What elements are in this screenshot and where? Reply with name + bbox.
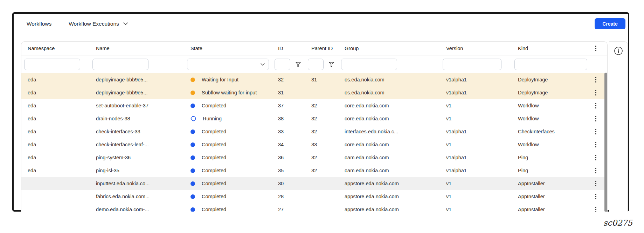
- id-funnel-icon[interactable]: [295, 61, 301, 67]
- column-header-kind[interactable]: Kind: [512, 46, 592, 51]
- workflow-executions-dropdown[interactable]: Workflow Executions: [69, 21, 128, 27]
- cell-state: Running: [184, 116, 272, 121]
- right-rail: [609, 41, 628, 212]
- info-icon[interactable]: [614, 46, 623, 55]
- create-button[interactable]: Create: [595, 18, 625, 29]
- cell-name: set-autoboot-enable-37: [90, 103, 184, 108]
- row-menu-kebab-icon[interactable]: [595, 207, 596, 212]
- state-filter-select[interactable]: [187, 59, 269, 70]
- completed-status-dot-icon: [191, 207, 195, 212]
- table-row[interactable]: edadeployimage-bbb9e5...Waiting for Inpu…: [21, 73, 607, 86]
- cell-group: oam.eda.nokia.com: [338, 168, 440, 173]
- cell-kind: CheckInterfaces: [512, 129, 592, 134]
- namespace-filter-input[interactable]: [24, 59, 80, 70]
- cell-name: ping-system-36: [90, 155, 184, 160]
- parent-id-funnel-icon[interactable]: [328, 61, 334, 67]
- cell-id: 37: [272, 103, 305, 108]
- column-header-parent-id[interactable]: Parent ID: [305, 46, 338, 51]
- table-row[interactable]: edaping-isl-35Completed3532oam.eda.nokia…: [21, 164, 607, 177]
- table-row[interactable]: fabrics.eda.nokia.com...Completed28appst…: [21, 190, 607, 203]
- row-menu-kebab-icon[interactable]: [595, 181, 596, 187]
- column-header-namespace[interactable]: Namespace: [21, 46, 90, 51]
- completed-status-dot-icon: [191, 181, 195, 186]
- cell-kind: AppInstaller: [512, 194, 592, 199]
- cell-version: v1: [440, 142, 512, 147]
- row-menu-kebab-icon[interactable]: [595, 116, 596, 122]
- cell-kind: Workflow: [512, 103, 592, 108]
- vertical-scrollbar[interactable]: [604, 73, 608, 212]
- column-header-name[interactable]: Name: [90, 46, 184, 51]
- table-row[interactable]: edacheck-interfaces-33Completed3332inter…: [21, 125, 607, 138]
- cell-id: 28: [272, 194, 305, 199]
- row-menu-kebab-icon[interactable]: [595, 77, 596, 83]
- parent-id-filter-input[interactable]: [308, 59, 324, 70]
- cell-version: v1alpha1: [440, 77, 512, 82]
- cell-namespace: eda: [21, 103, 90, 108]
- state-label: Completed: [202, 129, 226, 134]
- cell-kind: Ping: [512, 155, 592, 160]
- cell-kind: DeployImage: [512, 90, 592, 95]
- kind-filter-input[interactable]: [514, 59, 587, 70]
- column-header-version[interactable]: Version: [440, 46, 512, 51]
- cell-state: Waiting for Input: [184, 77, 272, 82]
- version-filter-input[interactable]: [443, 59, 501, 70]
- state-label: Completed: [202, 142, 226, 147]
- table-row[interactable]: edacheck-interfaces-leaf-...Completed343…: [21, 138, 607, 151]
- table-row[interactable]: demo.eda.nokia.com-...Completed27appstor…: [21, 203, 607, 212]
- state-label: Completed: [202, 103, 226, 108]
- state-label: Completed: [202, 207, 226, 212]
- cell-state: Completed: [184, 155, 272, 160]
- completed-status-dot-icon: [191, 142, 195, 147]
- cell-group: appstore.eda.nokia.com: [338, 194, 440, 199]
- row-menu-kebab-icon[interactable]: [595, 129, 596, 135]
- table-row[interactable]: edadeployimage-bbb9e5...Subflow waiting …: [21, 86, 607, 99]
- cell-kind: AppInstaller: [512, 207, 592, 212]
- name-filter-input[interactable]: [92, 59, 148, 70]
- cell-name: fabrics.eda.nokia.com...: [90, 194, 184, 199]
- column-header-group[interactable]: Group: [338, 46, 440, 51]
- table-row[interactable]: edadrain-nodes-38 Running3832core.eda.no…: [21, 112, 607, 125]
- row-menu-kebab-icon[interactable]: [595, 103, 596, 109]
- row-menu-kebab-icon[interactable]: [595, 155, 596, 161]
- row-menu-kebab-icon[interactable]: [595, 90, 596, 96]
- cell-namespace: eda: [21, 90, 90, 95]
- table-menu-kebab-icon[interactable]: [595, 46, 596, 52]
- cell-group: appstore.eda.nokia.com: [338, 181, 440, 186]
- row-menu-kebab-icon[interactable]: [595, 142, 596, 148]
- tab-workflows[interactable]: Workflows: [27, 21, 51, 27]
- row-menu-kebab-icon[interactable]: [595, 194, 596, 200]
- column-header-state[interactable]: State: [184, 46, 272, 51]
- cell-kind: AppInstaller: [512, 181, 592, 186]
- cell-name: deployimage-bbb9e5...: [90, 90, 184, 95]
- cell-name: check-interfaces-leaf-...: [90, 142, 184, 147]
- completed-status-dot-icon: [191, 168, 195, 173]
- table-row[interactable]: edaping-system-36Completed3632oam.eda.no…: [21, 151, 607, 164]
- waiting-status-dot-icon: [191, 78, 195, 82]
- cell-parent-id: 32: [305, 155, 338, 160]
- cell-parent-id: 33: [305, 142, 338, 147]
- cell-id: 36: [272, 155, 305, 160]
- cell-state: Subflow waiting for input: [184, 90, 272, 95]
- cell-id: 33: [272, 129, 305, 134]
- cell-state: Completed: [184, 207, 272, 212]
- state-label: Completed: [202, 194, 226, 199]
- cell-namespace: eda: [21, 129, 90, 134]
- cell-group: core.eda.nokia.com: [338, 142, 440, 147]
- row-menu-kebab-icon[interactable]: [595, 168, 596, 174]
- table-row[interactable]: inputtest.eda.nokia.co...Completed30apps…: [21, 177, 607, 190]
- cell-group: interfaces.eda.nokia.c...: [338, 129, 440, 134]
- group-filter-input[interactable]: [341, 59, 397, 70]
- cell-parent-id: 32: [305, 116, 338, 121]
- id-filter-input[interactable]: [275, 59, 290, 70]
- workflow-executions-label: Workflow Executions: [69, 21, 119, 27]
- table-filter-row: [21, 55, 607, 73]
- cell-group: appstore.eda.nokia.com: [338, 207, 440, 212]
- cell-group: oam.eda.nokia.com: [338, 155, 440, 160]
- cell-group: os.eda.nokia.com: [338, 77, 440, 82]
- cell-version: v1alpha1: [440, 129, 512, 134]
- toolbar: Workflows Workflow Executions Create: [14, 14, 628, 34]
- cell-state: Completed: [184, 129, 272, 134]
- table-row[interactable]: edaset-autoboot-enable-37Completed3732co…: [21, 99, 607, 112]
- column-header-id[interactable]: ID: [272, 46, 305, 51]
- watermark: sc0275: [603, 218, 632, 227]
